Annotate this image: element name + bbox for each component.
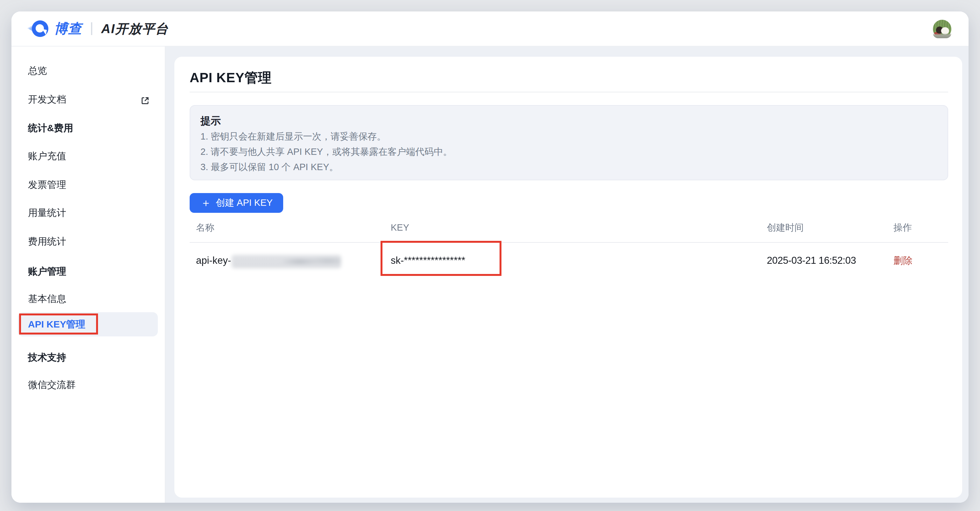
column-header-action: 操作 [894,220,912,235]
body: 总览 开发文档 统计&费用 账户充值 发票管理 用量统计 费用统计 [11,46,969,503]
sidebar-item-dev-docs[interactable]: 开发文档 [28,93,154,106]
sidebar: 总览 开发文档 统计&费用 账户充值 发票管理 用量统计 费用统计 [11,46,165,503]
platform-title: AI开放平台 [101,20,169,37]
column-header-created: 创建时间 [767,220,804,235]
main-content-area: API KEY管理 提示 1. 密钥只会在新建后显示一次，请妥善保存。 2. 请… [165,46,969,503]
page: 博查 AI开放平台 总览 开发文档 [0,0,980,511]
sidebar-section-account: 账户管理 [28,264,154,278]
sidebar-section-tech-support: 技术支持 [28,350,154,364]
top-header: 博查 AI开放平台 [11,11,969,46]
api-key-value-cell: sk-**************** [391,254,465,268]
plus-icon: ＋ [200,198,211,208]
external-link-icon [141,95,150,104]
title-divider [189,92,948,93]
sidebar-item-api-key-management[interactable]: API KEY管理 [18,312,158,337]
sidebar-item-basic-info[interactable]: 基本信息 [28,292,154,306]
create-api-key-label: 创建 API KEY [216,197,273,209]
sidebar-item-overview[interactable]: 总览 [28,64,154,78]
sidebar-item-usage-stats[interactable]: 用量统计 [28,206,154,220]
sidebar-item-cost-stats[interactable]: 费用统计 [28,235,154,249]
redacted-name-blur [232,255,341,268]
column-header-name: 名称 [196,220,215,235]
sidebar-item-invoice[interactable]: 发票管理 [28,178,154,192]
tip-item-2: 2. 请不要与他人共享 API KEY，或将其暴露在客户端代码中。 [200,144,937,159]
sidebar-item-label: API KEY管理 [28,318,85,331]
tips-panel: 提示 1. 密钥只会在新建后显示一次，请妥善保存。 2. 请不要与他人共享 AP… [189,105,948,180]
sidebar-item-wechat-group[interactable]: 微信交流群 [28,378,154,392]
sidebar-item-recharge[interactable]: 账户充值 [28,149,154,163]
user-avatar[interactable] [933,20,951,38]
app-window: 博查 AI开放平台 总览 开发文档 [11,11,969,503]
bocha-logo-icon [28,20,48,38]
table-header-divider [189,242,948,243]
sidebar-section-stats-cost: 统计&费用 [28,121,154,135]
created-time-cell: 2025-03-21 16:52:03 [767,254,856,268]
column-header-key: KEY [391,220,409,235]
sidebar-item-label: 开发文档 [28,94,66,104]
create-api-key-button[interactable]: ＋ 创建 API KEY [189,193,283,213]
page-title: API KEY管理 [189,69,271,87]
brand-divider [91,22,92,35]
tip-item-3: 3. 最多可以保留 10 个 API KEY。 [200,159,937,174]
delete-link[interactable]: 删除 [894,254,913,268]
api-key-card: API KEY管理 提示 1. 密钥只会在新建后显示一次，请妥善保存。 2. 请… [174,57,962,498]
tips-title: 提示 [200,113,937,129]
brand-name: 博查 [54,20,82,38]
tip-item-1: 1. 密钥只会在新建后显示一次，请妥善保存。 [200,129,937,144]
api-key-name-cell: api-key- [196,254,231,268]
